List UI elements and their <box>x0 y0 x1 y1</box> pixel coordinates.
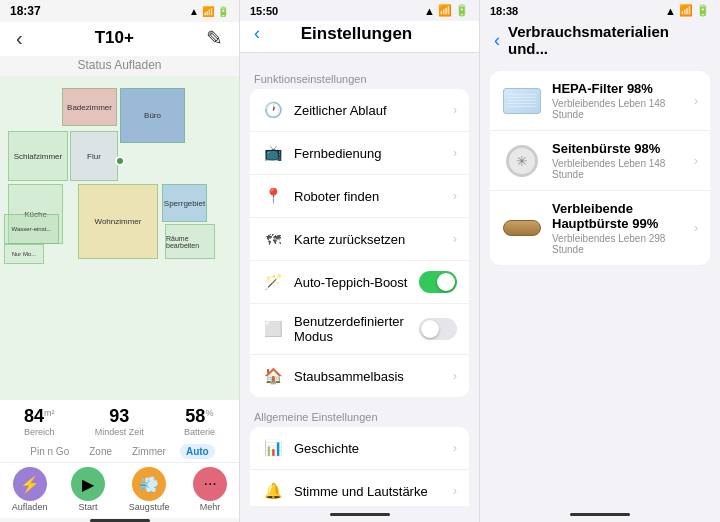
nav-mehr[interactable]: ··· Mehr <box>193 467 227 512</box>
bottom-nav: ⚡ Aufladen ▶ Start 💨 Saugstufe ··· Mehr <box>0 462 239 518</box>
stat-zeit: 93 Mindest Zeit <box>95 406 144 437</box>
hepa-name: HEPA-Filter 98% <box>552 81 694 96</box>
room-flur[interactable]: Flur <box>70 131 118 181</box>
room-buro[interactable]: Büro <box>120 88 185 143</box>
settings-staubsammelbasis[interactable]: 🏠 Staubsammelbasis › <box>250 355 469 397</box>
room-raeume[interactable]: Räume bearbeiten <box>165 224 215 259</box>
settings-scroll[interactable]: Funktionseinstellungen 🕐 Zeitlicher Abla… <box>240 53 479 506</box>
room-badezimmer[interactable]: Badezimmer <box>62 88 117 126</box>
benutzerdefiniert-toggle[interactable] <box>419 318 457 340</box>
mode-pin-n-go[interactable]: Pin n Go <box>24 444 75 459</box>
nav-label-saugstufe: Saugstufe <box>129 502 170 512</box>
stat-value-bereich: 84m² <box>24 406 55 427</box>
back-button-panel3[interactable]: ‹ <box>494 30 500 51</box>
seitenburste-image <box>502 147 542 175</box>
settings-roboter-finden[interactable]: 📍 Roboter finden › <box>250 175 469 218</box>
settings-auto-teppich[interactable]: 🪄 Auto-Teppich-Boost <box>250 261 469 304</box>
status-icons-panel1: ▲ 📶 🔋 <box>189 6 229 17</box>
settings-benutzerdefiniert[interactable]: ⬜ Benutzerdefinierter Modus <box>250 304 469 355</box>
time-panel3: 18:38 <box>490 5 518 17</box>
stat-label-zeit: Mindest Zeit <box>95 427 144 437</box>
consumables-scroll[interactable]: HEPA-Filter 98% Verbleibendes Leben 148 … <box>480 65 720 506</box>
stat-label-batterie: Batterie <box>184 427 215 437</box>
arrow-hauptburste: › <box>694 221 698 235</box>
hepa-sub: Verbleibendes Leben 148 Stunde <box>552 98 694 120</box>
stats-bar: 84m² Bereich 93 Mindest Zeit 58% Batteri… <box>0 399 239 441</box>
wifi-icon-p2: 📶 <box>438 4 452 17</box>
settings-title: Einstellungen <box>268 24 445 44</box>
mode-zimmer[interactable]: Zimmer <box>126 444 172 459</box>
settings-group-allgemeine: 📊 Geschichte › 🔔 Stimme und Lautstärke ›… <box>250 427 469 506</box>
section-label-allgemeine: Allgemeine Einstellungen <box>240 411 479 427</box>
room-wohnzimmer[interactable]: Wohnzimmer <box>78 184 158 259</box>
hauptburste-image <box>502 214 542 242</box>
auto-teppich-label: Auto-Teppich-Boost <box>294 275 419 290</box>
hepa-filter-image <box>502 87 542 115</box>
consumable-hepa[interactable]: HEPA-Filter 98% Verbleibendes Leben 148 … <box>490 71 710 131</box>
nav-label-aufladen: Aufladen <box>12 502 48 512</box>
back-button-panel2[interactable]: ‹ <box>254 23 260 44</box>
settings-fernbedienung[interactable]: 📺 Fernbedienung › <box>250 132 469 175</box>
room-nur-mo[interactable]: Nur Mo... <box>4 244 44 264</box>
panel-robot-map: 18:37 ▲ 📶 🔋 ‹ T10+ ✎ Status Aufladen Bad… <box>0 0 240 522</box>
room-wassereinst[interactable]: Wasser-einst... <box>4 214 59 244</box>
room-sperrgebiet[interactable]: Sperrgebiet <box>162 184 207 222</box>
nav-start[interactable]: ▶ Start <box>71 467 105 512</box>
start-icon: ▶ <box>71 467 105 501</box>
consumable-hauptburste[interactable]: Verbleibende Hauptbürste 99% Verbleibend… <box>490 191 710 265</box>
hepa-info: HEPA-Filter 98% Verbleibendes Leben 148 … <box>552 81 694 120</box>
auto-teppich-toggle[interactable] <box>419 271 457 293</box>
nav-label-mehr: Mehr <box>200 502 221 512</box>
mode-zone[interactable]: Zone <box>83 444 118 459</box>
stimme-label: Stimme und Lautstärke <box>294 484 453 499</box>
stat-batterie: 58% Batterie <box>184 406 215 437</box>
settings-karte-zuruecksetzen[interactable]: 🗺 Karte zurücksetzen › <box>250 218 469 261</box>
time-panel2: 15:50 <box>250 5 278 17</box>
arrow-karte: › <box>453 232 457 246</box>
section-allgemeine: Allgemeine Einstellungen 📊 Geschichte › … <box>240 411 479 506</box>
nav-aufladen[interactable]: ⚡ Aufladen <box>12 467 48 512</box>
settings-group-funktions: 🕐 Zeitlicher Ablauf › 📺 Fernbedienung › … <box>250 89 469 397</box>
status-bar-panel1: 18:37 ▲ 📶 🔋 <box>0 0 239 22</box>
saugstufe-icon: 💨 <box>132 467 166 501</box>
robot-map[interactable]: Badezimmer Büro Schlafzimmer Flur Küche … <box>0 76 239 399</box>
fernbedienung-icon: 📺 <box>262 142 284 164</box>
hauptburste-info: Verbleibende Hauptbürste 99% Verbleibend… <box>552 201 694 255</box>
nav-saugstufe[interactable]: 💨 Saugstufe <box>129 467 170 512</box>
side-brush-icon <box>506 145 538 177</box>
karte-icon: 🗺 <box>262 228 284 250</box>
auto-teppich-icon: 🪄 <box>262 271 284 293</box>
consumable-seitenburste[interactable]: Seitenbürste 98% Verbleibendes Leben 148… <box>490 131 710 191</box>
wifi-icon-p3: 📶 <box>679 4 693 17</box>
benutzerdefiniert-icon: ⬜ <box>262 318 284 340</box>
stat-value-zeit: 93 <box>95 406 144 427</box>
zeitlicher-ablauf-icon: 🕐 <box>262 99 284 121</box>
stimme-icon: 🔔 <box>262 480 284 502</box>
signal-icon-p3: ▲ <box>665 5 676 17</box>
battery-icon-p3: 🔋 <box>696 4 710 17</box>
section-funktions: Funktionseinstellungen 🕐 Zeitlicher Abla… <box>240 73 479 397</box>
hauptburste-sub: Verbleibendes Leben 298 Stunde <box>552 233 694 255</box>
settings-geschichte[interactable]: 📊 Geschichte › <box>250 427 469 470</box>
seitenburste-info: Seitenbürste 98% Verbleibendes Leben 148… <box>552 141 694 180</box>
mehr-icon: ··· <box>193 467 227 501</box>
time-panel1: 18:37 <box>10 4 41 18</box>
nav-label-start: Start <box>79 502 98 512</box>
consumables-title: Verbrauchsmaterialien und... <box>508 23 706 57</box>
back-button-panel1[interactable]: ‹ <box>12 27 27 50</box>
seitenburste-name: Seitenbürste 98% <box>552 141 694 156</box>
main-brush-icon <box>503 220 541 236</box>
arrow-hepa: › <box>694 94 698 108</box>
status-label: Status Aufladen <box>0 56 239 76</box>
settings-zeitlicher-ablauf[interactable]: 🕐 Zeitlicher Ablauf › <box>250 89 469 132</box>
stat-value-batterie: 58% <box>184 406 215 427</box>
stat-label-bereich: Bereich <box>24 427 55 437</box>
seitenburste-sub: Verbleibendes Leben 148 Stunde <box>552 158 694 180</box>
edit-button[interactable]: ✎ <box>202 26 227 50</box>
staubsammelbasis-icon: 🏠 <box>262 365 284 387</box>
mode-auto[interactable]: Auto <box>180 444 215 459</box>
settings-stimme[interactable]: 🔔 Stimme und Lautstärke › <box>250 470 469 506</box>
geschichte-label: Geschichte <box>294 441 453 456</box>
wifi-icon: 📶 <box>202 6 214 17</box>
room-schlafzimmer[interactable]: Schlafzimmer <box>8 131 68 181</box>
